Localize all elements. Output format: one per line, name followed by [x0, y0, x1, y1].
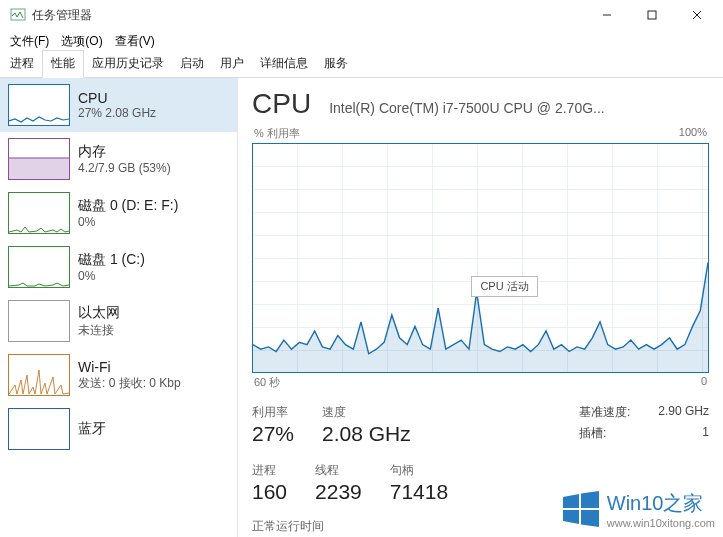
cpu-thumb-icon	[8, 84, 70, 126]
chart-ylabel: % 利用率	[254, 126, 300, 141]
windows-logo-icon	[561, 489, 601, 529]
close-button[interactable]	[674, 0, 719, 30]
sidebar-cpu-sub: 27% 2.08 GHz	[78, 106, 156, 120]
threads-label: 线程	[315, 462, 362, 479]
util-label: 利用率	[252, 404, 294, 421]
sidebar-item-ethernet[interactable]: 以太网 未连接	[0, 294, 237, 348]
bluetooth-thumb-icon	[8, 408, 70, 450]
svg-marker-8	[563, 494, 579, 508]
sidebar-item-wifi[interactable]: Wi-Fi 发送: 0 接收: 0 Kbp	[0, 348, 237, 402]
main-panel: CPU Intel(R) Core(TM) i7-7500U CPU @ 2.7…	[238, 78, 723, 537]
tab-startup[interactable]: 启动	[172, 51, 212, 77]
sockets-value: 1	[702, 425, 709, 442]
sidebar-ethernet-title: 以太网	[78, 304, 120, 322]
app-icon	[10, 7, 26, 23]
svg-rect-5	[9, 158, 69, 179]
chart-xright: 0	[701, 375, 707, 390]
window-buttons	[584, 0, 719, 30]
ethernet-thumb-icon	[8, 300, 70, 342]
tab-performance[interactable]: 性能	[42, 50, 84, 78]
svg-marker-11	[581, 510, 599, 527]
disk0-thumb-icon	[8, 192, 70, 234]
sidebar-item-disk1[interactable]: 磁盘 1 (C:) 0%	[0, 240, 237, 294]
minimize-button[interactable]	[584, 0, 629, 30]
menu-view[interactable]: 查看(V)	[109, 31, 161, 52]
sidebar-ethernet-sub: 未连接	[78, 322, 120, 339]
memory-thumb-icon	[8, 138, 70, 180]
chart-xleft: 60 秒	[254, 375, 280, 390]
sidebar-disk0-title: 磁盘 0 (D: E: F:)	[78, 197, 178, 215]
threads-value: 2239	[315, 480, 362, 504]
sidebar-bluetooth-title: 蓝牙	[78, 420, 106, 438]
tab-users[interactable]: 用户	[212, 51, 252, 77]
tab-details[interactable]: 详细信息	[252, 51, 316, 77]
disk1-thumb-icon	[8, 246, 70, 288]
titlebar: 任务管理器	[0, 0, 723, 30]
sidebar-disk1-sub: 0%	[78, 269, 145, 283]
cpu-chart[interactable]: CPU 活动	[252, 143, 709, 373]
chart-tooltip: CPU 活动	[471, 276, 537, 297]
menu-options[interactable]: 选项(O)	[55, 31, 108, 52]
maximize-button[interactable]	[629, 0, 674, 30]
sidebar-wifi-sub: 发送: 0 接收: 0 Kbp	[78, 375, 181, 392]
util-value: 27%	[252, 422, 294, 446]
sidebar-cpu-title: CPU	[78, 90, 156, 106]
svg-marker-9	[581, 491, 599, 508]
menubar: 文件(F) 选项(O) 查看(V)	[0, 30, 723, 52]
svg-rect-2	[648, 11, 656, 19]
watermark-title: Win10之家	[607, 490, 715, 517]
menu-file[interactable]: 文件(F)	[4, 31, 55, 52]
sidebar-memory-sub: 4.2/7.9 GB (53%)	[78, 161, 171, 175]
sidebar-item-bluetooth[interactable]: 蓝牙	[0, 402, 237, 456]
window-title: 任务管理器	[32, 7, 584, 24]
content: CPU 27% 2.08 GHz 内存 4.2/7.9 GB (53%) 磁盘 …	[0, 78, 723, 537]
sidebar-disk1-title: 磁盘 1 (C:)	[78, 251, 145, 269]
tabbar: 进程 性能 应用历史记录 启动 用户 详细信息 服务	[0, 52, 723, 78]
speed-value: 2.08 GHz	[322, 422, 411, 446]
sidebar-memory-title: 内存	[78, 143, 171, 161]
sockets-label: 插槽:	[579, 425, 606, 442]
sidebar-item-memory[interactable]: 内存 4.2/7.9 GB (53%)	[0, 132, 237, 186]
base-speed-label: 基准速度:	[579, 404, 630, 421]
svg-marker-10	[563, 510, 579, 524]
tab-services[interactable]: 服务	[316, 51, 356, 77]
handles-label: 句柄	[390, 462, 448, 479]
sidebar-disk0-sub: 0%	[78, 215, 178, 229]
handles-value: 71418	[390, 480, 448, 504]
watermark: Win10之家 www.win10xitong.com	[561, 489, 715, 529]
main-title: CPU	[252, 88, 311, 120]
tab-processes[interactable]: 进程	[2, 51, 42, 77]
sidebar: CPU 27% 2.08 GHz 内存 4.2/7.9 GB (53%) 磁盘 …	[0, 78, 238, 537]
wifi-thumb-icon	[8, 354, 70, 396]
base-speed-value: 2.90 GHz	[658, 404, 709, 421]
processes-label: 进程	[252, 462, 287, 479]
sidebar-item-disk0[interactable]: 磁盘 0 (D: E: F:) 0%	[0, 186, 237, 240]
processes-value: 160	[252, 480, 287, 504]
tab-app-history[interactable]: 应用历史记录	[84, 51, 172, 77]
speed-label: 速度	[322, 404, 411, 421]
cpu-model: Intel(R) Core(TM) i7-7500U CPU @ 2.70G..…	[329, 100, 709, 116]
sidebar-item-cpu[interactable]: CPU 27% 2.08 GHz	[0, 78, 237, 132]
watermark-url: www.win10xitong.com	[607, 517, 715, 529]
sidebar-wifi-title: Wi-Fi	[78, 359, 181, 375]
chart-ymax: 100%	[679, 126, 707, 141]
